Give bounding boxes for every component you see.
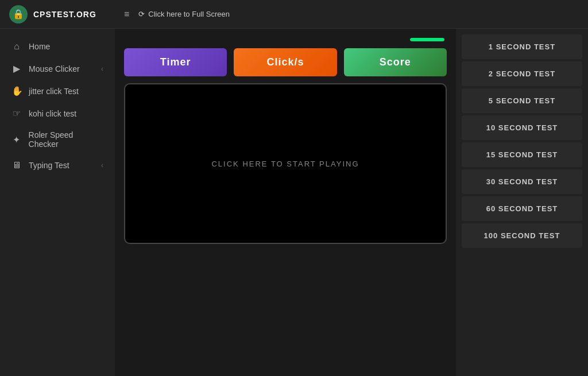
sidebar: ⌂ Home ▶ Mouse Clicker ‹ ✋ jitter click … <box>0 29 115 376</box>
sidebar-label-jitter-click: jitter click Test <box>29 87 79 96</box>
fullscreen-label: Click here to Full Screen <box>148 10 230 18</box>
sidebar-label-home: Home <box>29 42 50 51</box>
keyboard-icon: 🖥 <box>11 160 22 170</box>
pointer-icon: ☞ <box>11 108 22 119</box>
sidebar-item-home[interactable]: ⌂ Home <box>0 36 115 57</box>
sidebar-label-roller-speed: Roler Speed Checker <box>29 130 103 149</box>
score-button[interactable]: Score <box>344 48 447 76</box>
test-button-100sec[interactable]: 100 SECOND TEST <box>462 223 582 248</box>
fullscreen-icon: ⟳ <box>138 10 145 18</box>
test-button-5sec[interactable]: 5 SECOND TEST <box>462 88 582 113</box>
game-area[interactable]: CLICK HERE TO START PLAYING <box>124 83 447 244</box>
sidebar-item-jitter-click[interactable]: ✋ jitter click Test <box>0 80 115 102</box>
chevron-right-icon: ‹ <box>101 65 103 73</box>
logo-icon: 🔒 <box>9 5 28 24</box>
test-button-2sec[interactable]: 2 SECOND TEST <box>462 61 582 86</box>
logo-text: CPSTEST.ORG <box>33 10 96 19</box>
test-button-10sec[interactable]: 10 SECOND TEST <box>462 115 582 140</box>
chevron-right-icon-2: ‹ <box>101 161 103 169</box>
fullscreen-button[interactable]: ⟳ Click here to Full Screen <box>138 10 230 18</box>
game-start-text: CLICK HERE TO START PLAYING <box>211 160 359 168</box>
sidebar-item-mouse-clicker[interactable]: ▶ Mouse Clicker ‹ <box>0 57 115 80</box>
sidebar-label-kohi-click: kohi click test <box>29 109 76 118</box>
right-sidebar: 1 SECOND TEST2 SECOND TEST5 SECOND TEST1… <box>456 29 588 376</box>
progress-bar-fill <box>410 38 444 41</box>
progress-bar-container <box>410 38 444 41</box>
gear-icon: ✦ <box>11 134 22 145</box>
test-button-1sec[interactable]: 1 SECOND TEST <box>462 34 582 59</box>
test-button-60sec[interactable]: 60 SECOND TEST <box>462 196 582 221</box>
test-button-15sec[interactable]: 15 SECOND TEST <box>462 142 582 167</box>
cursor-icon: ▶ <box>11 63 22 74</box>
content-area: Timer Click/s Score CLICK HERE TO START … <box>115 29 456 376</box>
sidebar-label-typing-test: Typing Test <box>29 161 69 170</box>
header-nav: ≡ ⟳ Click here to Full Screen <box>124 9 230 20</box>
progress-strip <box>124 38 447 41</box>
test-button-30sec[interactable]: 30 SECOND TEST <box>462 169 582 194</box>
sidebar-label-mouse-clicker: Mouse Clicker <box>29 64 80 73</box>
hamburger-icon[interactable]: ≡ <box>124 9 129 20</box>
main-layout: ⌂ Home ▶ Mouse Clicker ‹ ✋ jitter click … <box>0 29 588 376</box>
hand-icon: ✋ <box>11 86 22 96</box>
stat-buttons: Timer Click/s Score <box>124 48 447 76</box>
sidebar-item-kohi-click[interactable]: ☞ kohi click test <box>0 102 115 125</box>
clicks-button[interactable]: Click/s <box>234 48 336 76</box>
logo-area: 🔒 CPSTEST.ORG <box>9 5 124 24</box>
sidebar-item-typing-test[interactable]: 🖥 Typing Test ‹ <box>0 154 115 176</box>
home-icon: ⌂ <box>11 41 22 52</box>
sidebar-item-roller-speed[interactable]: ✦ Roler Speed Checker <box>0 125 115 154</box>
timer-button[interactable]: Timer <box>124 48 227 76</box>
top-header: 🔒 CPSTEST.ORG ≡ ⟳ Click here to Full Scr… <box>0 0 588 29</box>
